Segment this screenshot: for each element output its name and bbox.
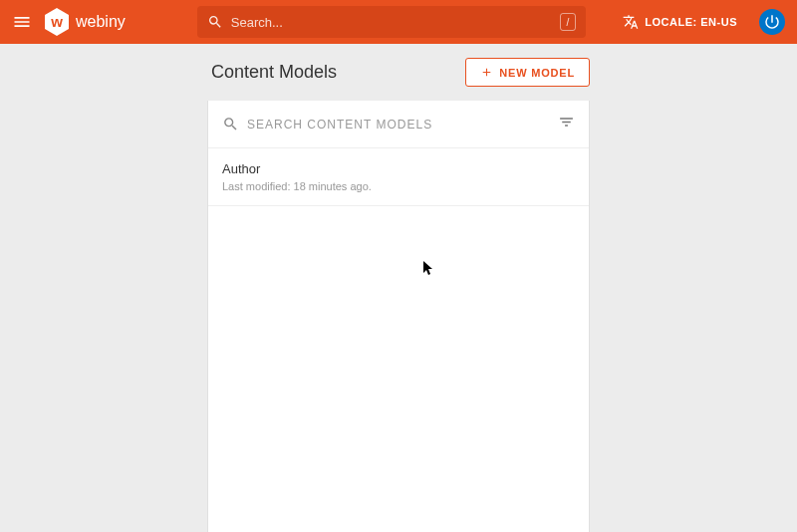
model-meta: Last modified: 18 minutes ago. bbox=[222, 180, 575, 192]
user-avatar[interactable] bbox=[759, 9, 785, 35]
main-content: Content Models NEW MODEL Author Last mod… bbox=[0, 44, 797, 532]
page-title: Content Models bbox=[207, 62, 337, 83]
search-icon bbox=[207, 14, 223, 30]
models-search-row bbox=[208, 101, 589, 148]
app-header: w webiny / LOCALE: EN-US bbox=[0, 0, 797, 44]
page-header: Content Models NEW MODEL bbox=[207, 58, 590, 101]
model-list-item[interactable]: Author Last modified: 18 minutes ago. bbox=[208, 148, 589, 206]
search-icon bbox=[222, 116, 239, 133]
global-search-input[interactable] bbox=[231, 15, 560, 30]
new-model-button[interactable]: NEW MODEL bbox=[465, 58, 590, 87]
brand-name: webiny bbox=[76, 13, 126, 31]
plus-icon bbox=[480, 66, 493, 79]
global-search[interactable]: / bbox=[197, 6, 586, 38]
model-name: Author bbox=[222, 161, 575, 176]
brand-logo[interactable]: w webiny bbox=[44, 7, 126, 37]
search-shortcut-badge: / bbox=[560, 13, 576, 31]
models-panel: Author Last modified: 18 minutes ago. bbox=[207, 101, 590, 532]
filter-button[interactable] bbox=[558, 114, 575, 134]
filter-icon bbox=[558, 114, 575, 131]
power-icon bbox=[763, 13, 781, 31]
menu-button[interactable] bbox=[12, 12, 32, 32]
svg-text:w: w bbox=[50, 13, 63, 30]
new-model-label: NEW MODEL bbox=[499, 67, 575, 79]
locale-label: LOCALE: EN-US bbox=[645, 16, 737, 28]
models-search-input[interactable] bbox=[247, 118, 550, 132]
hamburger-icon bbox=[12, 12, 32, 32]
translate-icon bbox=[623, 14, 639, 30]
locale-selector[interactable]: LOCALE: EN-US bbox=[623, 14, 737, 30]
logo-badge-icon: w bbox=[44, 7, 70, 37]
